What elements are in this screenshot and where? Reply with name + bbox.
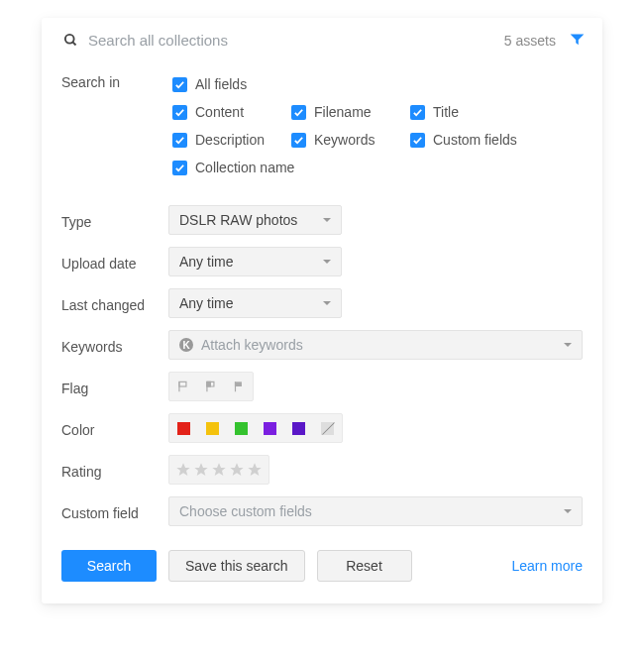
flag-solid-button[interactable] bbox=[225, 373, 253, 400]
svg-rect-6 bbox=[207, 382, 211, 386]
checkbox-keywords[interactable]: Keywords bbox=[287, 126, 406, 154]
flag-half-button[interactable] bbox=[197, 373, 225, 400]
svg-marker-9 bbox=[176, 463, 189, 476]
row-upload-date: Upload date Any time bbox=[61, 241, 583, 282]
checkbox-custom-fields[interactable]: Custom fields bbox=[406, 126, 545, 154]
search-input[interactable] bbox=[88, 32, 494, 49]
star-4[interactable] bbox=[229, 462, 245, 478]
keywords-select[interactable]: K Attach keywords bbox=[168, 330, 583, 360]
svg-marker-10 bbox=[194, 463, 207, 476]
custom-field-select[interactable]: Choose custom fields bbox=[168, 496, 583, 526]
star-5[interactable] bbox=[247, 462, 263, 478]
flag-outline-button[interactable] bbox=[169, 373, 197, 400]
svg-point-0 bbox=[65, 35, 74, 44]
checkbox-content[interactable]: Content bbox=[168, 98, 287, 126]
checkbox-all-fields[interactable]: All fields bbox=[168, 70, 583, 98]
color-swatch-none[interactable] bbox=[321, 422, 334, 435]
checkbox-label: Content bbox=[195, 104, 244, 120]
checkbox-label: Description bbox=[195, 132, 265, 148]
chevron-down-icon bbox=[323, 301, 331, 305]
chevron-down-icon bbox=[564, 343, 572, 347]
button-row: Search Save this search Reset Learn more bbox=[42, 532, 602, 603]
checkbox-label: Filename bbox=[314, 104, 372, 120]
label-upload-date: Upload date bbox=[61, 252, 168, 272]
reset-button[interactable]: Reset bbox=[317, 550, 412, 582]
checkbox-icon bbox=[410, 133, 425, 148]
search-in-checkbox-grid: All fields Content Filename Title Descri… bbox=[168, 70, 583, 181]
row-color: Color bbox=[61, 407, 583, 449]
flag-group bbox=[168, 372, 254, 401]
color-swatch-green[interactable] bbox=[235, 422, 248, 435]
star-3[interactable] bbox=[211, 462, 227, 478]
label-last-changed: Last changed bbox=[61, 293, 168, 313]
color-swatch-yellow[interactable] bbox=[206, 422, 219, 435]
type-value: DSLR RAW photos bbox=[179, 212, 297, 228]
checkbox-icon bbox=[291, 133, 306, 148]
form-area: Search in All fields Content Filename Ti… bbox=[42, 60, 602, 532]
checkbox-description[interactable]: Description bbox=[168, 126, 287, 154]
checkbox-icon bbox=[410, 105, 425, 120]
checkbox-icon bbox=[172, 77, 187, 92]
search-button[interactable]: Search bbox=[61, 550, 157, 582]
custom-field-placeholder: Choose custom fields bbox=[179, 503, 312, 519]
keyword-k-icon: K bbox=[179, 338, 193, 352]
checkbox-label: Collection name bbox=[195, 160, 294, 175]
label-color: Color bbox=[61, 418, 168, 438]
color-swatch-violet[interactable] bbox=[292, 422, 305, 435]
svg-marker-2 bbox=[571, 34, 585, 45]
save-search-button[interactable]: Save this search bbox=[168, 550, 305, 582]
label-custom-field: Custom field bbox=[61, 501, 168, 521]
row-keywords: Keywords K Attach keywords bbox=[61, 324, 583, 366]
row-search-in: Search in All fields Content Filename Ti… bbox=[61, 64, 583, 187]
svg-rect-8 bbox=[235, 382, 236, 391]
advanced-search-panel: 5 assets Search in All fields Content Fi… bbox=[42, 18, 602, 603]
star-1[interactable] bbox=[175, 462, 191, 478]
row-flag: Flag bbox=[61, 366, 583, 407]
checkbox-collection-name[interactable]: Collection name bbox=[168, 154, 583, 181]
checkbox-label: All fields bbox=[195, 76, 247, 92]
row-custom-field: Custom field Choose custom fields bbox=[61, 491, 583, 532]
search-bar: 5 assets bbox=[42, 18, 602, 60]
learn-more-link[interactable]: Learn more bbox=[511, 558, 583, 574]
row-rating: Rating bbox=[61, 449, 583, 491]
star-2[interactable] bbox=[193, 462, 209, 478]
checkbox-title[interactable]: Title bbox=[406, 98, 545, 126]
upload-date-value: Any time bbox=[179, 254, 233, 270]
rating-group bbox=[168, 455, 269, 485]
row-last-changed: Last changed Any time bbox=[61, 282, 583, 324]
label-search-in: Search in bbox=[61, 70, 168, 90]
svg-line-1 bbox=[72, 42, 75, 45]
checkbox-icon bbox=[172, 133, 187, 148]
checkbox-label: Custom fields bbox=[433, 132, 517, 148]
svg-marker-13 bbox=[248, 463, 261, 476]
chevron-down-icon bbox=[323, 218, 331, 222]
checkbox-label: Title bbox=[433, 104, 459, 120]
type-select[interactable]: DSLR RAW photos bbox=[168, 205, 342, 235]
checkbox-label: Keywords bbox=[314, 132, 375, 148]
svg-marker-12 bbox=[230, 463, 243, 476]
label-type: Type bbox=[61, 210, 168, 230]
checkbox-icon bbox=[172, 161, 187, 175]
svg-marker-11 bbox=[212, 463, 225, 476]
filter-icon[interactable] bbox=[570, 33, 585, 49]
search-icon bbox=[63, 33, 78, 48]
last-changed-value: Any time bbox=[179, 295, 233, 311]
last-changed-select[interactable]: Any time bbox=[168, 288, 342, 318]
asset-count: 5 assets bbox=[504, 33, 556, 49]
label-rating: Rating bbox=[61, 460, 168, 480]
label-keywords: Keywords bbox=[61, 335, 168, 355]
color-swatch-purple[interactable] bbox=[264, 422, 276, 435]
chevron-down-icon bbox=[564, 509, 572, 513]
upload-date-select[interactable]: Any time bbox=[168, 247, 342, 276]
color-group bbox=[168, 413, 343, 443]
chevron-down-icon bbox=[323, 260, 331, 264]
row-type: Type DSLR RAW photos bbox=[61, 199, 583, 241]
label-flag: Flag bbox=[61, 377, 168, 396]
checkbox-icon bbox=[291, 105, 306, 120]
keywords-placeholder: Attach keywords bbox=[201, 337, 303, 353]
checkbox-icon bbox=[172, 105, 187, 120]
color-swatch-red[interactable] bbox=[177, 422, 190, 435]
checkbox-filename[interactable]: Filename bbox=[287, 98, 406, 126]
svg-rect-3 bbox=[179, 382, 186, 386]
